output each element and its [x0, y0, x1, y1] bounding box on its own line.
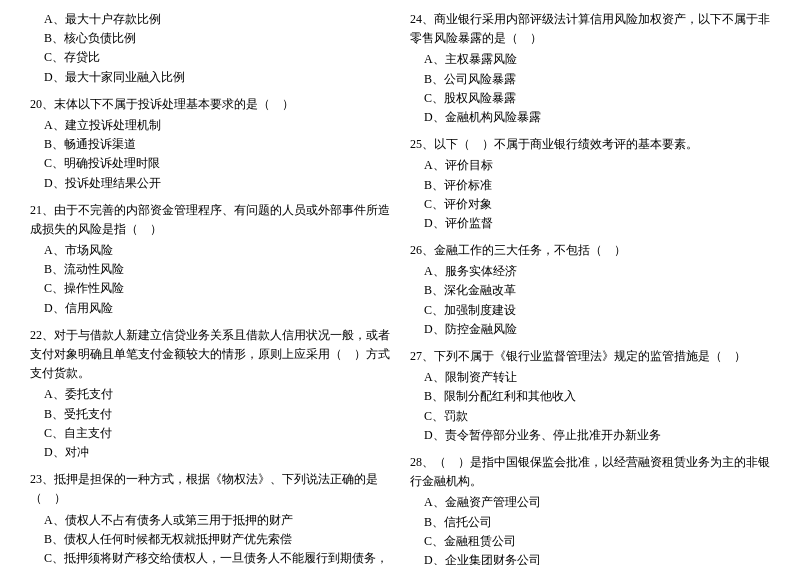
question-title: 23、抵押是担保的一种方式，根据《物权法》、下列说法正确的是（ ）	[30, 470, 390, 508]
option: A、委托支付	[30, 385, 390, 404]
option: D、信用风险	[30, 299, 390, 318]
question-block: 28、（ ）是指中国银保监会批准，以经营融资租赁业务为主的非银行金融机构。A、金…	[410, 453, 770, 565]
option: A、金融资产管理公司	[410, 493, 770, 512]
option: C、明确投诉处理时限	[30, 154, 390, 173]
question-block: 26、金融工作的三大任务，不包括（ ）A、服务实体经济B、深化金融改革C、加强制…	[410, 241, 770, 339]
option: B、受托支付	[30, 405, 390, 424]
option: A、限制资产转让	[410, 368, 770, 387]
option: D、对冲	[30, 443, 390, 462]
option: A、最大十户存款比例	[30, 10, 390, 29]
question-block: 20、末体以下不属于投诉处理基本要求的是（ ）A、建立投诉处理机制B、畅通投诉渠…	[30, 95, 390, 193]
option: A、主权暴露风险	[410, 50, 770, 69]
option: D、最大十家同业融入比例	[30, 68, 390, 87]
question-block: 23、抵押是担保的一种方式，根据《物权法》、下列说法正确的是（ ）A、债权人不占…	[30, 470, 390, 565]
option: D、防控金融风险	[410, 320, 770, 339]
option: B、评价标准	[410, 176, 770, 195]
question-block: 21、由于不完善的内部资金管理程序、有问题的人员或外部事件所造成损失的风险是指（…	[30, 201, 390, 318]
option: C、评价对象	[410, 195, 770, 214]
option: C、存贷比	[30, 48, 390, 67]
question-block: 27、下列不属于《银行业监督管理法》规定的监管措施是（ ）A、限制资产转让B、限…	[410, 347, 770, 445]
option: B、公司风险暴露	[410, 70, 770, 89]
option: C、加强制度建设	[410, 301, 770, 320]
option: B、债权人任何时候都无权就抵押财产优先索偿	[30, 530, 390, 549]
question-title: 25、以下（ ）不属于商业银行绩效考评的基本要素。	[410, 135, 770, 154]
question-title: 21、由于不完善的内部资金管理程序、有问题的人员或外部事件所造成损失的风险是指（…	[30, 201, 390, 239]
question-block: 22、对于与借款人新建立信贷业务关系且借款人信用状况一般，或者支付对象明确且单笔…	[30, 326, 390, 462]
question-title: 22、对于与借款人新建立信贷业务关系且借款人信用状况一般，或者支付对象明确且单笔…	[30, 326, 390, 384]
question-title: 20、末体以下不属于投诉处理基本要求的是（ ）	[30, 95, 390, 114]
question-block: A、最大十户存款比例B、核心负债比例C、存贷比D、最大十家同业融入比例	[30, 10, 390, 87]
option: B、限制分配红利和其他收入	[410, 387, 770, 406]
option: D、评价监督	[410, 214, 770, 233]
question-block: 24、商业银行采用内部评级法计算信用风险加权资产，以下不属于非零售风险暴露的是（…	[410, 10, 770, 127]
option: D、责令暂停部分业务、停止批准开办新业务	[410, 426, 770, 445]
option: D、企业集团财务公司	[410, 551, 770, 565]
option: C、自主支付	[30, 424, 390, 443]
option: B、信托公司	[410, 513, 770, 532]
option: C、罚款	[410, 407, 770, 426]
option: A、评价目标	[410, 156, 770, 175]
option: B、畅通投诉渠道	[30, 135, 390, 154]
question-title: 27、下列不属于《银行业监督管理法》规定的监管措施是（ ）	[410, 347, 770, 366]
option: C、股权风险暴露	[410, 89, 770, 108]
option: A、市场风险	[30, 241, 390, 260]
right-column: 24、商业银行采用内部评级法计算信用风险加权资产，以下不属于非零售风险暴露的是（…	[410, 10, 770, 565]
option: A、债权人不占有债务人或第三用于抵押的财产	[30, 511, 390, 530]
option: A、服务实体经济	[410, 262, 770, 281]
option: B、深化金融改革	[410, 281, 770, 300]
question-title: 26、金融工作的三大任务，不包括（ ）	[410, 241, 770, 260]
left-column: A、最大十户存款比例B、核心负债比例C、存贷比D、最大十家同业融入比例20、末体…	[30, 10, 390, 565]
option: C、金融租赁公司	[410, 532, 770, 551]
option: A、建立投诉处理机制	[30, 116, 390, 135]
option: C、抵押须将财产移交给债权人，一旦债务人不能履行到期债务，可直接用于清偿	[30, 549, 390, 565]
question-block: 25、以下（ ）不属于商业银行绩效考评的基本要素。A、评价目标B、评价标准C、评…	[410, 135, 770, 233]
option: D、金融机构风险暴露	[410, 108, 770, 127]
option: C、操作性风险	[30, 279, 390, 298]
option: B、核心负债比例	[30, 29, 390, 48]
question-title: 28、（ ）是指中国银保监会批准，以经营融资租赁业务为主的非银行金融机构。	[410, 453, 770, 491]
option: D、投诉处理结果公开	[30, 174, 390, 193]
option: B、流动性风险	[30, 260, 390, 279]
question-title: 24、商业银行采用内部评级法计算信用风险加权资产，以下不属于非零售风险暴露的是（…	[410, 10, 770, 48]
